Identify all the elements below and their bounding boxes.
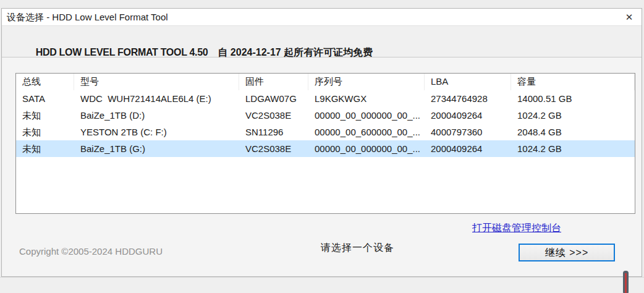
cell-serial: 00000_00_600000_00_... <box>308 124 425 140</box>
device-table-body: SATAWDC WUH721414ALE6L4 (E:)LDGAW07GL9KG… <box>16 90 635 157</box>
cell-lba: 2000409264 <box>425 140 511 157</box>
app-version-label: HDD LOW LEVEL FORMAT TOOL 4.50 <box>36 47 208 57</box>
vertical-slider-handle[interactable] <box>623 271 629 293</box>
column-header-lba[interactable]: LBA <box>425 74 511 90</box>
window-title: 设备选择 - HDD Low Level Format Tool <box>7 12 168 23</box>
cell-capacity: 1024.2 GB <box>511 107 635 124</box>
cell-lba: 27344764928 <box>425 90 511 107</box>
cell-model: BaiZe_1TB (D:) <box>74 107 239 124</box>
device-select-dialog: 设备选择 - HDD Low Level Format Tool ✕ HDD L… <box>1 8 642 277</box>
status-bar: 找到磁盘:4 <box>0 277 644 293</box>
disks-found-status: 找到磁盘:4 <box>2 279 81 293</box>
cell-model: YESTON 2TB (C: F:) <box>74 124 239 140</box>
column-header-serial[interactable]: 序列号 <box>308 74 425 90</box>
cell-bus: SATA <box>16 90 74 107</box>
cell-firmware: SN11296 <box>239 124 308 140</box>
column-header-capacity[interactable]: 容量 <box>511 74 635 90</box>
cell-capacity: 2048.4 GB <box>511 124 635 140</box>
cell-firmware: LDGAW07G <box>239 90 308 107</box>
continue-button[interactable]: 继续 >>> <box>519 244 615 261</box>
column-header-model[interactable]: 型号 <box>74 74 239 90</box>
slider-red-fill <box>625 273 627 293</box>
cell-bus: 未知 <box>16 140 74 157</box>
cell-capacity: 14000.51 GB <box>511 90 635 107</box>
banner-text: HDD LOW LEVEL FORMAT TOOL 4.50自 2024-12-… <box>19 35 373 70</box>
cell-serial: L9KGKWGX <box>308 90 425 107</box>
device-table-header: 总线型号固件序列号LBA容量 <box>16 74 635 90</box>
device-table[interactable]: 总线型号固件序列号LBA容量 SATAWDC WUH721414ALE6L4 (… <box>15 73 635 214</box>
column-header-firmware[interactable]: 固件 <box>239 74 308 90</box>
table-row[interactable]: 未知BaiZe_1TB (G:)VC2S038E00000_00_000000_… <box>16 140 635 157</box>
cell-bus: 未知 <box>16 107 74 124</box>
license-promo-label: 自 2024-12-17 起所有许可证均免费 <box>218 47 373 57</box>
table-row[interactable]: 未知BaiZe_1TB (D:)VC2S038E00000_00_000000_… <box>16 107 635 124</box>
title-bar: 设备选择 - HDD Low Level Format Tool ✕ <box>2 9 642 26</box>
cell-capacity: 1024.2 GB <box>511 140 635 157</box>
table-row[interactable]: 未知YESTON 2TB (C: F:)SN1129600000_00_6000… <box>16 124 635 140</box>
banner: HDD LOW LEVEL FORMAT TOOL 4.50自 2024-12-… <box>2 26 642 57</box>
cell-serial: 00000_00_000000_00_... <box>308 140 425 157</box>
cell-bus: 未知 <box>16 124 74 140</box>
cell-firmware: VC2S038E <box>239 107 308 124</box>
column-header-bus[interactable]: 总线 <box>16 74 74 90</box>
cell-serial: 00000_00_000000_00_... <box>308 107 425 124</box>
cell-lba: 2000409264 <box>425 107 511 124</box>
open-disk-management-link[interactable]: 打开磁盘管理控制台 <box>472 222 561 235</box>
cell-model: BaiZe_1TB (G:) <box>74 140 239 157</box>
cell-model: WDC WUH721414ALE6L4 (E:) <box>74 90 239 107</box>
close-icon[interactable]: ✕ <box>620 9 638 25</box>
cell-lba: 4000797360 <box>425 124 511 140</box>
table-row[interactable]: SATAWDC WUH721414ALE6L4 (E:)LDGAW07GL9KG… <box>16 90 635 107</box>
select-device-hint: 请选择一个设备 <box>321 242 394 255</box>
copyright-label: Copyright ©2005-2024 HDDGURU <box>19 246 163 257</box>
cell-firmware: VC2S038E <box>239 140 308 157</box>
